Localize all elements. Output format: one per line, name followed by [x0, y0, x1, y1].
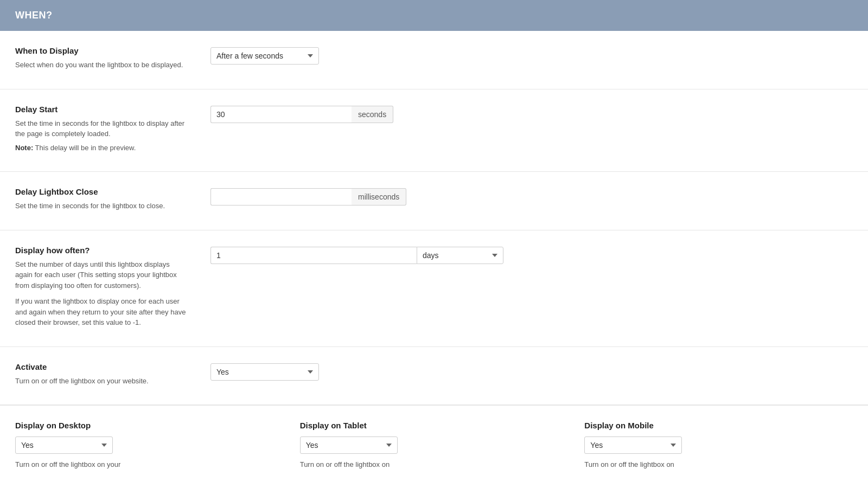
display-often-input[interactable] — [210, 247, 417, 264]
display-on-desktop-description: Turn on or off the lightbox on your — [15, 459, 284, 470]
display-on-mobile-description: Turn on or off the lightbox on — [584, 459, 853, 470]
display-how-often-description2: If you want the lightbox to display once… — [15, 296, 189, 328]
display-on-tablet-col: Display on Tablet Yes No Turn on or off … — [300, 421, 585, 470]
when-to-display-select[interactable]: After a few seconds Immediately On exit … — [210, 47, 319, 65]
activate-section: Activate Turn on or off the lightbox on … — [0, 347, 868, 406]
display-on-desktop-col: Display on Desktop Yes No Turn on or off… — [15, 421, 300, 470]
delay-start-note: Note: This delay will be in the preview. — [15, 143, 189, 153]
when-to-display-section: When to Display Select when do you want … — [0, 31, 868, 89]
delay-lightbox-close-heading: Delay Lightbox Close — [15, 187, 189, 196]
display-on-mobile-heading: Display on Mobile — [584, 421, 853, 430]
when-to-display-description: Select when do you want the lightbox to … — [15, 60, 189, 70]
display-how-often-label-group: Display how often? Set the number of day… — [15, 246, 210, 331]
delay-start-note-text: This delay will be in the preview. — [33, 144, 136, 152]
display-often-input-group: days hours minutes — [210, 247, 503, 264]
activate-description: Turn on or off the lightbox on your webs… — [15, 376, 189, 387]
display-how-often-heading: Display how often? — [15, 246, 189, 255]
display-on-mobile-col: Display on Mobile Yes No Turn on or off … — [584, 421, 853, 470]
display-on-tablet-heading: Display on Tablet — [300, 421, 569, 430]
delay-start-section: Delay Start Set the time in seconds for … — [0, 89, 868, 172]
activate-label-group: Activate Turn on or off the lightbox on … — [15, 362, 210, 390]
delay-lightbox-close-label-group: Delay Lightbox Close Set the time in sec… — [15, 187, 210, 215]
activate-control: Yes No — [210, 362, 853, 381]
display-on-mobile-select[interactable]: Yes No — [584, 436, 682, 454]
delay-start-input[interactable] — [210, 106, 352, 123]
when-to-display-control: After a few seconds Immediately On exit … — [210, 46, 853, 65]
display-how-often-control: days hours minutes — [210, 246, 853, 264]
display-on-tablet-select[interactable]: Yes No — [300, 436, 398, 454]
display-on-tablet-description: Turn on or off the lightbox on — [300, 459, 569, 470]
delay-start-label-group: Delay Start Set the time in seconds for … — [15, 105, 210, 157]
display-how-often-description1: Set the number of days until this lightb… — [15, 259, 189, 291]
delay-start-note-label: Note: — [15, 144, 33, 152]
page-title: WHEN? — [15, 10, 853, 21]
delay-lightbox-close-unit: milliseconds — [352, 188, 406, 206]
delay-lightbox-close-control: milliseconds — [210, 187, 853, 206]
delay-lightbox-close-input[interactable] — [210, 188, 352, 206]
delay-lightbox-close-section: Delay Lightbox Close Set the time in sec… — [0, 172, 868, 230]
when-to-display-label-group: When to Display Select when do you want … — [15, 46, 210, 74]
when-to-display-heading: When to Display — [15, 46, 189, 55]
display-on-desktop-select[interactable]: Yes No — [15, 436, 113, 454]
activate-heading: Activate — [15, 362, 189, 371]
delay-lightbox-close-description: Set the time in seconds for the lightbox… — [15, 201, 189, 211]
page-header: WHEN? — [0, 0, 868, 31]
delay-start-control: seconds — [210, 105, 853, 123]
delay-start-description: Set the time in seconds for the lightbox… — [15, 118, 189, 139]
display-device-section: Display on Desktop Yes No Turn on or off… — [0, 405, 868, 485]
delay-start-heading: Delay Start — [15, 105, 189, 114]
activate-select[interactable]: Yes No — [210, 363, 319, 381]
display-how-often-section: Display how often? Set the number of day… — [0, 230, 868, 347]
display-often-select[interactable]: days hours minutes — [417, 247, 503, 264]
page-content: When to Display Select when do you want … — [0, 31, 868, 485]
display-on-desktop-heading: Display on Desktop — [15, 421, 284, 430]
delay-start-input-group: seconds — [210, 106, 393, 123]
delay-start-unit: seconds — [352, 106, 393, 123]
delay-lightbox-close-input-group: milliseconds — [210, 188, 406, 206]
